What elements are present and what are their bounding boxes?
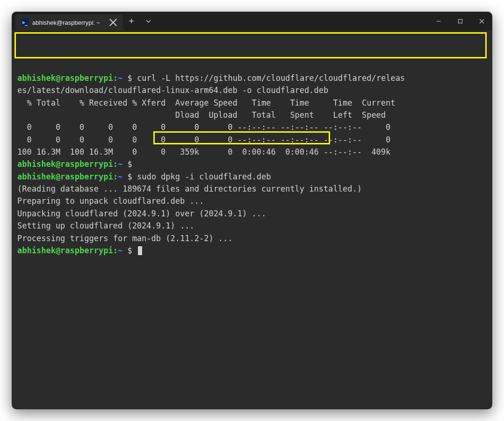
prompt-user: abhishek@raspberrypi: [17, 73, 113, 83]
terminal-line: (Reading database ... 189674 files and d…: [17, 184, 362, 193]
powershell-icon: >_: [21, 19, 29, 26]
prompt-symbol: $: [127, 172, 132, 181]
terminal-line: Preparing to unpack cloudflared.deb ...: [17, 196, 204, 206]
prompt-colon: :: [113, 172, 118, 181]
highlight-box-1: [14, 32, 487, 58]
titlebar: >_ abhishek@raspberrypi: ~: [12, 12, 492, 30]
terminal-line: abhishek@raspberrypi:~ $: [17, 246, 142, 255]
prompt-user: abhishek@raspberrypi: [17, 172, 113, 181]
terminal-line: Setting up cloudflared (2024.9.1) ...: [17, 221, 194, 230]
close-window-button[interactable]: [471, 12, 492, 30]
prompt-path: ~: [118, 246, 122, 255]
command-text: curl -L https://github.com/cloudflare/cl…: [137, 73, 405, 83]
prompt-symbol: $: [127, 246, 132, 255]
terminal-line: Unpacking cloudflared (2024.9.1) over (2…: [17, 209, 266, 218]
terminal-body[interactable]: abhishek@raspberrypi:~ $ curl -L https:/…: [12, 30, 492, 409]
maximize-button[interactable]: [449, 12, 471, 30]
new-tab-button[interactable]: [123, 12, 140, 30]
minimize-button[interactable]: [428, 12, 449, 30]
prompt-path: ~: [118, 159, 122, 169]
terminal-line: Processing triggers for man-db (2.11.2-2…: [17, 234, 233, 243]
cursor: [138, 246, 142, 255]
prompt-colon: :: [113, 246, 118, 255]
close-tab-button[interactable]: [109, 18, 117, 27]
terminal-line: 100 16.3M 100 16.3M 0 0 359k 0 0:00:46 0…: [17, 147, 390, 157]
tab-active[interactable]: >_ abhishek@raspberrypi: ~: [15, 14, 123, 30]
prompt-user: abhishek@raspberrypi: [17, 159, 113, 169]
tab-strip: >_ abhishek@raspberrypi: ~: [12, 12, 123, 30]
prompt-colon: :: [113, 73, 118, 83]
prompt-user: abhishek@raspberrypi: [17, 246, 113, 255]
svg-rect-0: [458, 19, 462, 23]
terminal-window: >_ abhishek@raspberrypi: ~: [12, 12, 492, 409]
tab-dropdown-button[interactable]: [140, 12, 157, 30]
terminal-line: abhishek@raspberrypi:~ $: [17, 159, 137, 169]
terminal-line: abhishek@raspberrypi:~ $ curl -L https:/…: [17, 73, 405, 83]
titlebar-spacer: [157, 12, 428, 30]
terminal-line: Dload Upload Total Spent Left Speed: [17, 110, 386, 120]
window-controls: [428, 12, 492, 30]
terminal-line: es/latest/download/cloudflared-linux-arm…: [17, 86, 328, 95]
prompt-colon: :: [113, 159, 118, 169]
terminal-line: % Total % Received % Xferd Average Speed…: [17, 98, 396, 107]
prompt-symbol: $: [127, 159, 132, 169]
terminal-line: abhishek@raspberrypi:~ $ sudo dpkg -i cl…: [17, 172, 271, 181]
prompt-path: ~: [118, 172, 122, 181]
terminal-line: 0 0 0 0 0 0 0 0 --:--:-- --:--:-- --:--:…: [17, 122, 390, 132]
command-text: sudo dpkg -i cloudflared.deb: [137, 172, 271, 181]
prompt-path: ~: [118, 73, 122, 83]
tab-title: abhishek@raspberrypi: ~: [32, 19, 105, 26]
prompt-symbol: $: [127, 73, 132, 83]
terminal-line: 0 0 0 0 0 0 0 0 --:--:-- --:--:-- --:--:…: [17, 135, 390, 144]
